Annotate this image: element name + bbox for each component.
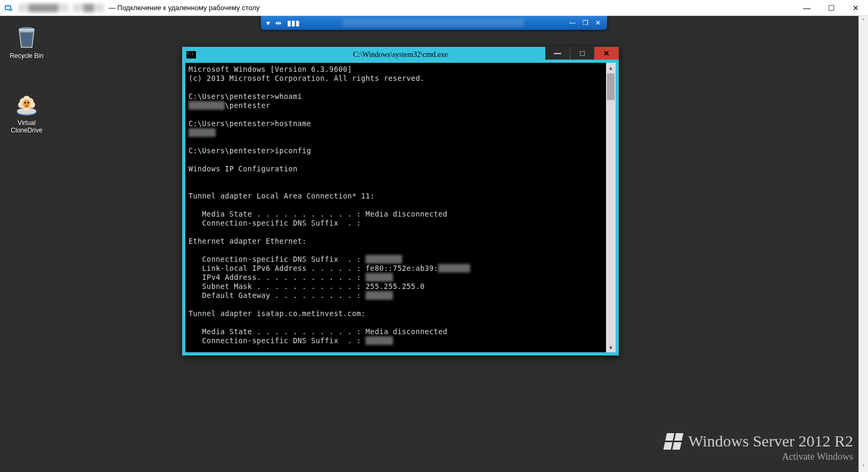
rdp-title-redacted-1: ██████ [18, 4, 69, 12]
rdp-connection-bar[interactable]: ▾ ⇹ ▮▮▮ — ❐ ✕ [261, 16, 607, 30]
svg-point-3 [19, 28, 34, 31]
scroll-thumb[interactable] [607, 73, 615, 100]
scroll-up-icon[interactable]: ˄ [859, 16, 868, 26]
connbar-pin-icon[interactable]: ⇹ [275, 19, 282, 27]
svg-point-13 [24, 102, 26, 104]
desktop-icon-label: CloneDrive [5, 127, 48, 134]
svg-point-14 [28, 102, 29, 104]
connbar-restore-button[interactable]: ❐ [579, 18, 591, 28]
desktop-icon-label: Virtual [5, 119, 48, 127]
rdp-viewport-scrollbar[interactable]: ˄ ˅ [858, 16, 868, 472]
svg-rect-2 [9, 9, 12, 11]
windows-logo-icon [664, 433, 684, 450]
cmd-window[interactable]: C:\Windows\system32\cmd.exe — □ ✕ Micros… [182, 47, 619, 355]
connbar-hostname-redacted [342, 19, 524, 27]
svg-point-15 [25, 105, 28, 107]
clonedrive-icon [13, 90, 40, 117]
cmd-titlebar[interactable]: C:\Windows\system32\cmd.exe — □ ✕ [182, 47, 619, 63]
connbar-chevron-icon[interactable]: ▾ [266, 19, 270, 27]
desktop-icon-recycle-bin[interactable]: Recycle Bin [5, 23, 48, 60]
scroll-down-icon[interactable]: ˅ [859, 462, 868, 472]
desktop-icon-label: Recycle Bin [5, 52, 48, 60]
rdp-app-icon [4, 4, 13, 12]
windows-watermark: Windows Server 2012 R2 Activate Windows [665, 432, 853, 462]
scroll-up-icon[interactable]: ▲ [606, 63, 616, 72]
rdp-title-redacted-2: ██ [73, 4, 104, 12]
cmd-maximize-button[interactable]: □ [570, 47, 594, 60]
rdp-minimize-button[interactable]: — [795, 0, 819, 16]
scroll-down-icon[interactable]: ▼ [606, 343, 616, 352]
desktop-icon-virtual-clonedrive[interactable]: Virtual CloneDrive [5, 90, 48, 134]
cmd-close-button[interactable]: ✕ [594, 47, 619, 60]
connbar-minimize-button[interactable]: — [567, 18, 578, 28]
cmd-minimize-button[interactable]: — [545, 47, 570, 60]
recycle-bin-icon [13, 23, 40, 50]
connbar-close-button[interactable]: ✕ [592, 18, 604, 28]
rdp-close-button[interactable]: ✕ [844, 0, 868, 16]
activate-windows-text: Activate Windows [665, 451, 853, 462]
cmd-body: Microsoft Windows [Version 6.3.9600] (c)… [185, 63, 616, 352]
cmd-output[interactable]: Microsoft Windows [Version 6.3.9600] (c)… [185, 63, 606, 352]
remote-desktop-surface[interactable]: Recycle Bin Virtual CloneDrive ▾ ⇹ ▮▮▮ [0, 16, 868, 472]
connbar-signal-icon: ▮▮▮ [287, 19, 300, 27]
rdp-client-titlebar: ██████ ██ — Подключение к удаленному раб… [0, 0, 868, 16]
rdp-title-text: — Подключение к удаленному рабочему стол… [109, 4, 260, 12]
cmd-scrollbar[interactable]: ▲ ▼ [606, 63, 616, 352]
cmd-app-icon [186, 51, 196, 59]
rdp-maximize-button[interactable]: ☐ [819, 0, 844, 16]
